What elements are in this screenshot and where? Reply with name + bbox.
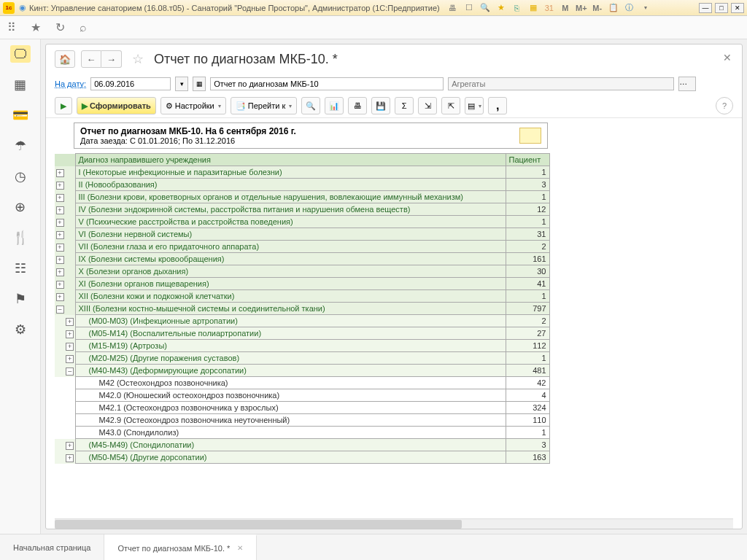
date-picker-button[interactable]: ▦ [193,77,206,91]
table-row[interactable]: +X (Болезни органов дыхания)30 [55,265,549,278]
goto-button[interactable]: 📑 Перейти к▾ [231,97,297,114]
table-row[interactable]: M42.9 (Остеохондроз позвоночника неуточн… [55,414,549,427]
table-row[interactable]: +(M50-M54) (Другие дорсопатии)163 [55,451,549,464]
table-row[interactable]: +II (Новообразования)3 [55,179,549,191]
favorite-icon[interactable]: ☆ [132,51,144,67]
apps-icon[interactable]: ⠿ [7,20,16,34]
search-icon[interactable]: 🔍 [479,2,491,14]
expand-icon[interactable]: + [56,244,64,252]
expand-icon[interactable]: + [56,293,64,301]
table-row[interactable]: +XI (Болезни органов пищеварения)41 [55,278,549,290]
close-icon[interactable]: ✕ [723,52,732,63]
tab-close-icon[interactable]: ✕ [237,544,243,552]
expand-icon[interactable]: – [56,306,64,314]
search-icon[interactable]: ⌕ [80,21,87,34]
sidebar-clock[interactable]: ◷ [10,168,31,185]
scrollbar-thumb[interactable] [55,520,462,529]
table-row[interactable]: +VII (Болезни глаза и его придаточного а… [55,241,549,253]
table-row[interactable]: +XII (Болезни кожи и подкожной клетчатки… [55,290,549,303]
expand-icon[interactable]: + [56,219,64,227]
star-icon[interactable]: ★ [31,20,41,34]
m-icon[interactable]: M [560,2,571,14]
print-icon[interactable]: 🖶 [447,2,459,14]
table-row[interactable]: +I (Некоторые инфекционные и паразитарны… [55,166,549,179]
minimize-button[interactable]: — [699,3,712,13]
table-row[interactable]: +V (Психические расстройства и расстройс… [55,216,549,228]
expand-icon[interactable]: + [66,355,74,363]
aggregates-more-button[interactable]: … [678,77,696,91]
table-row[interactable]: M42 (Остеохондроз позвоночника)42 [55,377,549,389]
table-row[interactable]: +(M20-M25) (Другие поражения суставов)1 [55,352,549,365]
table-row[interactable]: +(M00-M03) (Инфекционные артропатии)2 [55,315,549,327]
table-row[interactable]: +IX (Болезни системы кровообращения)161 [55,253,549,265]
tab-document[interactable]: Отчет по диагнозам МКБ-10. *✕ [104,534,257,560]
sidebar-card[interactable]: 💳 [10,106,31,124]
settings-button[interactable]: ⚙ Настройки▾ [160,97,226,114]
expand-icon[interactable]: – [66,368,74,376]
date-input[interactable] [90,77,171,90]
table-row[interactable]: +(M05-M14) (Воспалительные полиартропати… [55,327,549,340]
history-icon[interactable]: ↻ [55,20,65,34]
expand-icon[interactable]: + [56,231,64,239]
calc-icon[interactable]: ▦ [527,2,539,14]
m-minus-icon[interactable]: M- [592,2,603,14]
tool-expand[interactable]: ⇲ [418,97,437,114]
close-button[interactable]: ✕ [731,3,744,13]
tool-save[interactable]: 💾 [371,97,390,114]
tab-start[interactable]: Начальная страница [0,534,104,560]
m-plus-icon[interactable]: M+ [576,2,587,14]
info-icon[interactable]: ⓘ [624,2,635,14]
date-label[interactable]: На дату: [55,79,86,88]
expand-icon[interactable]: + [56,206,64,214]
dropdown-icon[interactable]: ▾ [640,2,651,14]
table-row[interactable]: +(M15-M19) (Артрозы)112 [55,340,549,352]
run-button[interactable]: ▶Сформировать [77,97,156,114]
calendar-icon[interactable]: 31 [543,2,555,14]
tool-collapse[interactable]: ⇱ [441,97,460,114]
description-input[interactable] [210,77,444,90]
sidebar-flag[interactable]: ⚑ [10,290,31,308]
tool-export[interactable]: ▤▾ [465,97,484,114]
date-dropdown[interactable]: ▾ [175,77,188,91]
table-row[interactable]: +VI (Болезни нервной системы)31 [55,228,549,241]
tool-zoom[interactable]: 🔍 [301,97,320,114]
expand-icon[interactable]: + [56,256,64,264]
clipboard-icon[interactable]: 📋 [608,2,619,14]
expand-icon[interactable]: + [66,442,74,450]
sidebar-monitor[interactable]: 🖵 [10,45,31,63]
play-button[interactable]: ▶ [55,97,72,114]
expand-icon[interactable]: + [56,169,64,177]
link-icon[interactable]: ⎘ [511,2,523,14]
tool-chart[interactable]: 📊 [325,97,344,114]
aggregates-input[interactable] [448,77,674,90]
home-button[interactable]: 🏠 [55,50,75,68]
expand-icon[interactable]: + [56,194,64,202]
expand-icon[interactable]: + [66,318,74,326]
sidebar-settings[interactable]: ⚙ [10,321,31,338]
table-row[interactable]: +(M45-M49) (Спондилопатии)3 [55,439,549,451]
expand-icon[interactable]: + [66,343,74,351]
table-row[interactable]: M42.0 (Юношеский остеохондроз позвоночни… [55,389,549,402]
back-button[interactable]: ← [81,50,101,68]
table-row[interactable]: M43.0 (Спондилолиз)1 [55,427,549,439]
forward-button[interactable]: → [101,50,122,68]
preview-icon[interactable]: ☐ [463,2,475,14]
fav-icon[interactable]: ★ [495,2,507,14]
sidebar-food[interactable]: 🍴 [10,229,31,246]
tool-sum[interactable]: Σ [395,97,414,114]
sidebar-plus[interactable]: ⊕ [10,198,31,216]
sidebar-storage[interactable]: ☷ [10,260,31,277]
table-row[interactable]: +III (Болезни крови, кроветворных органо… [55,191,549,203]
maximize-button[interactable]: □ [715,3,728,13]
expand-icon[interactable]: + [56,182,64,190]
horizontal-scrollbar[interactable] [55,518,733,529]
tool-comma[interactable]: , [488,97,507,114]
sidebar-calendar[interactable]: ▦ [10,76,31,93]
expand-icon[interactable]: + [56,268,64,276]
tool-print[interactable]: 🖶 [348,97,367,114]
expand-icon[interactable]: + [56,281,64,289]
table-row[interactable]: –(M40-M43) (Деформирующие дорсопатии)481 [55,365,549,377]
table-row[interactable]: +IV (Болезни эндокринной системы, расстр… [55,203,549,216]
table-row[interactable]: –XIII (Болезни костно-мышечной системы и… [55,303,549,315]
expand-icon[interactable]: + [66,330,74,338]
